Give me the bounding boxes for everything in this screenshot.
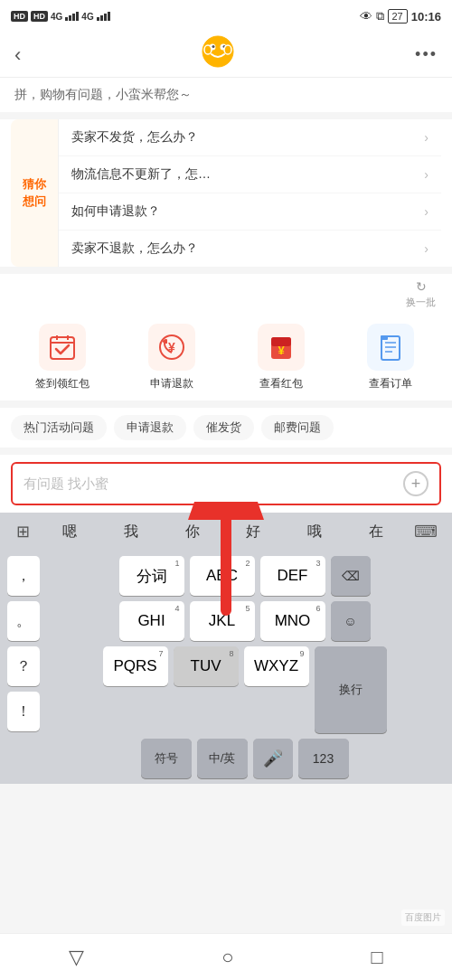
key-ghi[interactable]: 4 GHI xyxy=(119,601,184,641)
eye-icon: 👁 xyxy=(360,9,372,24)
keyboard-hide-button[interactable]: ⌨ xyxy=(407,518,445,545)
punctuation-column: ， 。 ？ ！ xyxy=(7,556,40,778)
svg-point-6 xyxy=(224,45,231,54)
key-question[interactable]: ？ xyxy=(7,646,40,686)
key-mic[interactable]: 🎤 xyxy=(253,739,293,778)
battery-icon: 27 xyxy=(388,9,408,24)
refresh-icon: ↻ xyxy=(416,279,427,294)
kbd-sugg-5[interactable]: 在 xyxy=(345,521,407,543)
key-emoji[interactable]: ☺ xyxy=(331,601,371,641)
nav-bar: ‹ ••• xyxy=(0,33,452,78)
nav-home-button[interactable]: ○ xyxy=(203,938,251,976)
back-button[interactable]: ‹ xyxy=(14,43,21,67)
watermark: 百度图片 xyxy=(401,909,445,926)
key-jkl[interactable]: 5 JKL xyxy=(190,601,255,641)
search-bar-container: 有问题 找小蜜 + xyxy=(0,455,452,513)
kbd-sugg-2[interactable]: 你 xyxy=(162,521,223,543)
tag-pills: 热门活动问题 申请退款 催发货 邮费问题 xyxy=(0,408,452,448)
keyboard: ， 。 ？ ！ 1 分词 2 ABC 3 DEF xyxy=(0,551,452,784)
search-plus-button[interactable]: + xyxy=(403,471,428,496)
suggestions-section: 猜你 想问 卖家不发货，怎么办？ › 物流信息不更新了，怎… › 如何申请退款？… xyxy=(0,119,452,267)
chevron-right-icon: › xyxy=(424,241,428,256)
key-period[interactable]: 。 xyxy=(7,601,40,641)
chevron-right-icon: › xyxy=(424,130,428,145)
svg-rect-20 xyxy=(381,335,388,340)
signal-bars xyxy=(65,12,79,21)
keyboard-grid-icon[interactable]: ⊞ xyxy=(7,518,39,545)
nav-back-button[interactable]: ▽ xyxy=(51,938,102,976)
suggestion-item-0[interactable]: 卖家不发货，怎么办？ › xyxy=(59,119,441,156)
tag-pill-1[interactable]: 申请退款 xyxy=(114,415,186,440)
key-wxyz[interactable]: 9 WXYZ xyxy=(244,646,309,686)
svg-rect-8 xyxy=(51,342,74,344)
quick-actions: 签到领红包 ¥ 申请退款 ¥ 查看红包 xyxy=(0,315,452,400)
kbd-sugg-4[interactable]: 哦 xyxy=(284,521,345,543)
svg-text:¥: ¥ xyxy=(278,344,285,357)
svg-rect-7 xyxy=(51,337,74,359)
promo-text: 拼，购物有问题，小蛮米帮您～ xyxy=(0,78,452,112)
action-orders[interactable]: 查看订单 xyxy=(335,324,445,391)
keyboard-suggestion-row: ⊞ 嗯 我 你 好 哦 在 ⌨ xyxy=(0,513,452,551)
chevron-right-icon: › xyxy=(424,204,428,219)
red-packet-icon-box: ¥ xyxy=(258,324,305,371)
suggestion-item-3[interactable]: 卖家不退款，怎么办？ › xyxy=(59,231,441,267)
nav-recents-button[interactable]: □ xyxy=(353,938,401,976)
key-exclaim[interactable]: ！ xyxy=(7,692,40,731)
suggestion-item-1[interactable]: 物流信息不更新了，怎… › xyxy=(59,156,441,193)
time: 10:16 xyxy=(411,10,441,24)
key-comma[interactable]: ， xyxy=(7,556,40,596)
more-button[interactable]: ••• xyxy=(415,45,438,64)
action-red-packet[interactable]: ¥ 查看红包 xyxy=(226,324,335,391)
key-enter[interactable]: 换行 xyxy=(315,646,387,733)
status-left: HD HD 4G 4G xyxy=(11,11,110,22)
keys-grid: 1 分词 2 ABC 3 DEF ⌫ 4 GHI xyxy=(44,556,445,778)
key-tuv[interactable]: 8 TUV xyxy=(174,646,239,686)
keyboard-row-4: 符号 中/英 🎤 123 xyxy=(44,739,445,778)
suggestions-inner: 猜你 想问 卖家不发货，怎么办？ › 物流信息不更新了，怎… › 如何申请退款？… xyxy=(11,119,441,267)
key-mno[interactable]: 6 MNO xyxy=(260,601,325,641)
refund-icon-box: ¥ xyxy=(148,324,195,371)
kbd-sugg-1[interactable]: 我 xyxy=(100,521,162,543)
tag-pill-3[interactable]: 邮费问题 xyxy=(261,415,334,440)
calendar-icon xyxy=(48,333,77,362)
svg-point-3 xyxy=(212,45,215,48)
suggestions-list: 卖家不发货，怎么办？ › 物流信息不更新了，怎… › 如何申请退款？ › 卖家不… xyxy=(58,119,441,267)
key-def[interactable]: 3 DEF xyxy=(260,556,325,596)
app-logo xyxy=(202,35,234,74)
refresh-row: ↻ 换一批 xyxy=(0,274,452,315)
action-refund[interactable]: ¥ 申请退款 xyxy=(117,324,226,391)
bottom-nav: ▽ ○ □ xyxy=(0,933,452,980)
keyboard-suggestions: 嗯 我 你 好 哦 在 xyxy=(39,521,407,543)
red-packet-icon: ¥ xyxy=(267,333,296,362)
key-pqrs[interactable]: 7 PQRS xyxy=(103,646,168,686)
status-right: 👁 ⧉ 27 10:16 xyxy=(360,9,442,24)
signal-bars2 xyxy=(97,12,110,21)
suggestion-item-2[interactable]: 如何申请退款？ › xyxy=(59,193,441,231)
tag-pill-0[interactable]: 热门活动问题 xyxy=(11,415,107,440)
chevron-right-icon: › xyxy=(424,167,428,182)
tag-pill-2[interactable]: 催发货 xyxy=(193,415,254,440)
key-abc[interactable]: 2 ABC xyxy=(190,556,255,596)
mic-icon: 🎤 xyxy=(263,749,283,768)
signal-4g: 4G xyxy=(51,12,62,22)
search-input[interactable]: 有问题 找小蜜 xyxy=(24,476,403,493)
key-number[interactable]: 123 xyxy=(298,739,349,778)
keyboard-row-3: 7 PQRS 8 TUV 9 WXYZ 换行 xyxy=(44,646,445,733)
svg-point-5 xyxy=(204,45,212,54)
carrier-hd: HD xyxy=(11,11,28,22)
signal-4g2: 4G xyxy=(81,12,93,22)
status-bar: HD HD 4G 4G 👁 ⧉ 27 10:16 xyxy=(0,0,452,33)
key-fenchi[interactable]: 1 分词 xyxy=(119,556,184,596)
refund-icon: ¥ xyxy=(157,333,186,362)
screenshot-icon: ⧉ xyxy=(376,9,384,24)
search-bar[interactable]: 有问题 找小蜜 + xyxy=(11,462,441,505)
key-delete[interactable]: ⌫ xyxy=(331,556,371,596)
key-symbol[interactable]: 符号 xyxy=(141,739,192,778)
kbd-sugg-0[interactable]: 嗯 xyxy=(39,521,100,543)
action-sign-in[interactable]: 签到领红包 xyxy=(7,324,117,391)
orders-icon-box xyxy=(367,324,414,371)
key-lang[interactable]: 中/英 xyxy=(197,739,248,778)
sign-in-icon-box xyxy=(39,324,86,371)
refresh-button[interactable]: ↻ 换一批 xyxy=(406,279,436,309)
kbd-sugg-3[interactable]: 好 xyxy=(222,521,284,543)
